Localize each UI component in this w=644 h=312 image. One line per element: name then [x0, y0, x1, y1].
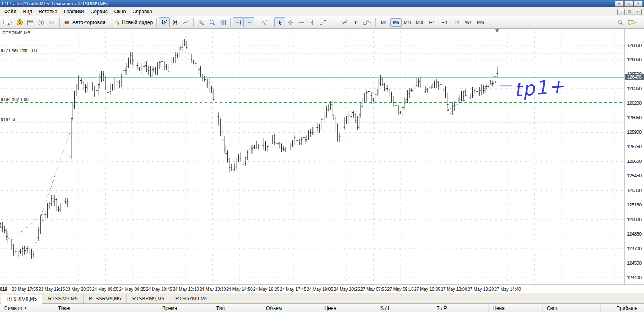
zoom-in-button[interactable] — [196, 17, 207, 27]
bar-chart-button[interactable] — [159, 17, 170, 27]
toolbar-separator — [109, 18, 109, 27]
trendline-2-anchor[interactable] — [495, 81, 496, 83]
minimize-chart-button[interactable]: – — [617, 9, 625, 15]
restore-chart-button[interactable]: □ — [626, 9, 633, 15]
bid-price-tag-value: 126470 — [627, 75, 642, 79]
horizontal-line-button[interactable] — [296, 17, 307, 27]
chat-button[interactable]: ▾ — [626, 17, 638, 27]
chart-tab-RTSSRM9,M5[interactable]: RTSSRM9,M5 — [84, 294, 127, 303]
crosshair-button[interactable] — [285, 17, 296, 27]
sort-asc-icon: ▲ — [24, 306, 27, 310]
tile-windows-button[interactable] — [217, 17, 228, 27]
terminal-column-7-T / P[interactable]: T / P — [432, 304, 489, 312]
chart-shift-button[interactable] — [244, 17, 254, 27]
line-chart-button[interactable] — [180, 17, 191, 27]
time-axis-label: 23 May 20:35 — [65, 287, 92, 292]
price-axis-label: 125000 — [627, 217, 642, 222]
menu-item-Справка[interactable]: Справка — [129, 8, 155, 15]
dropdown-caret-icon: ▾ — [635, 20, 637, 24]
new-order-label: Новый ордер — [122, 20, 153, 25]
terminal-column-5-Цена[interactable]: Цена — [320, 304, 376, 312]
terminal-column-2-Время[interactable]: Время — [158, 304, 212, 312]
signals-button[interactable] — [47, 17, 57, 27]
time-axis-label: 27 May 10:35 — [414, 287, 441, 292]
maximize-window-button[interactable]: □ — [624, 1, 633, 7]
timeframe-button-M1[interactable]: M1 — [378, 18, 390, 27]
minimize-window-button[interactable]: – — [615, 1, 624, 7]
chart-tab-RTSBRM9,M5[interactable]: RTSBRM9,M5 — [127, 294, 170, 303]
navigator-button[interactable] — [36, 17, 47, 27]
terminal-column-6-S / L[interactable]: S / L — [376, 304, 432, 312]
chart-tab-bar: RTSRIM9,M5RTSSiM9,M5RTSSRM9,M5RTSBRM9,M5… — [0, 293, 644, 304]
shapes-button[interactable]: ▾ — [361, 17, 373, 27]
auto-scroll-button[interactable] — [233, 17, 244, 27]
data-window-button[interactable] — [25, 17, 36, 27]
price-axis-label: 124850 — [627, 231, 642, 236]
price-chart[interactable]: 1268001266501265001263501262001260501259… — [0, 29, 644, 293]
menu-item-Вид[interactable]: Вид — [20, 8, 36, 15]
timeframe-button-M5[interactable]: M5 — [390, 18, 402, 27]
crosshair-icon — [287, 19, 294, 26]
menu-item-Сервис[interactable]: Сервис — [87, 8, 111, 15]
title-bar: 1717 - Just2Trade-MT5: Демо-счет - [RTSR… — [0, 0, 644, 7]
chart-area[interactable]: 1268001266501265001263501262001260501259… — [0, 29, 644, 293]
window-title: 1717 - Just2Trade-MT5: Демо-счет - [RTSR… — [1, 1, 614, 6]
timeframe-button-H4[interactable]: H4 — [439, 18, 450, 27]
candlestick-chart-button[interactable] — [170, 17, 180, 27]
trendline-2-anchor[interactable] — [447, 109, 449, 111]
menu-item-Вставка[interactable]: Вставка — [35, 8, 61, 15]
cursor-icon — [276, 19, 283, 26]
cursor-button[interactable] — [274, 17, 285, 27]
trendline-1-anchor[interactable] — [41, 214, 42, 215]
timeframe-button-D1[interactable]: D1 — [451, 18, 462, 27]
handwritten-annotation[interactable]: tp1+ — [513, 74, 566, 101]
new-chart-button[interactable]: ▾ — [2, 17, 14, 27]
trendline-1-anchor[interactable] — [69, 133, 70, 134]
timeframe-button-MN[interactable]: MN — [475, 18, 486, 27]
vertical-line-button[interactable] — [307, 17, 318, 27]
text-label-button[interactable]: T — [350, 17, 361, 27]
chart-shift-icon — [246, 19, 252, 26]
time-axis-label: 24 May 08:05 — [92, 287, 119, 292]
terminal-column-1-Тикет[interactable]: Тикет — [54, 304, 158, 312]
timeframe-button-M15[interactable]: M15 — [402, 18, 414, 27]
time-axis-label: 27 May 07:55 — [360, 287, 387, 292]
menu-item-Файл[interactable]: Файл — [1, 8, 20, 15]
close-window-button[interactable]: × — [634, 1, 643, 7]
toolbar-separator — [375, 18, 376, 27]
terminal-column-10-Прибыль[interactable]: Прибыль — [601, 304, 644, 312]
terminal-column-9-Своп[interactable]: Своп — [543, 304, 601, 312]
trendline-1-anchor[interactable] — [11, 239, 12, 241]
price-axis-label: 126350 — [627, 86, 642, 91]
chart-tab-RTSSiM9,M5[interactable]: RTSSiM9,M5 — [42, 294, 83, 303]
timeframe-button-W1[interactable]: W1 — [463, 18, 474, 27]
timeframe-button-H1[interactable]: H1 — [427, 18, 438, 27]
terminal-column-8-Цена[interactable]: Цена — [489, 304, 543, 312]
auto-trading-button[interactable]: Авто-торговля — [62, 17, 107, 27]
chart-tab-RTSRIM9,M5[interactable]: RTSRIM9,M5 — [1, 295, 42, 304]
fibonacci-button[interactable] — [339, 17, 350, 27]
close-chart-button[interactable]: × — [634, 9, 642, 15]
terminal-column-4-Объем[interactable]: Объем — [262, 304, 320, 312]
chart-tab-RTSGZM9,M5[interactable]: RTSGZM9,M5 — [170, 294, 213, 303]
indicators-button[interactable] — [259, 17, 270, 27]
time-axis-label: 27 May 13:20 — [468, 287, 494, 292]
trendline-button[interactable] — [318, 17, 328, 27]
trendline-2[interactable] — [448, 82, 496, 111]
shift-marker-icon[interactable] — [495, 29, 499, 32]
menu-item-Окно[interactable]: Окно — [111, 8, 129, 15]
new-order-button[interactable]: Новый ордер — [111, 17, 154, 27]
zoom-out-button[interactable] — [207, 17, 217, 27]
terminal-column-3-Тип[interactable]: Тип — [212, 304, 262, 312]
search-button[interactable] — [615, 17, 626, 27]
market-watch-button[interactable]: $ — [14, 17, 25, 27]
price-axis-label: 124700 — [627, 246, 642, 251]
time-axis-label: 24 May 19:05 — [307, 287, 333, 292]
terminal-column-0-Символ[interactable]: Символ▲ — [0, 304, 54, 312]
equidistant-channel-button[interactable] — [328, 17, 339, 27]
timeframe-button-M30[interactable]: M30 — [415, 18, 426, 27]
menu-item-Графики[interactable]: Графики — [61, 8, 87, 15]
trendline-icon — [320, 19, 326, 26]
menu-bar: ФайлВидВставкаГрафикиСервисОкноСправка –… — [0, 7, 644, 16]
terminal-header: Символ▲ТикетВремяТипОбъемЦенаS / LT / PЦ… — [0, 304, 644, 312]
